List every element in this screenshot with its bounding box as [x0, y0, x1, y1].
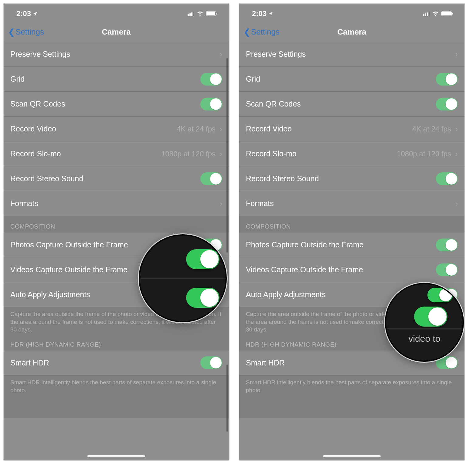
row-label: Scan QR Codes	[10, 100, 65, 108]
row-stereo-sound: Record Stereo Sound	[4, 166, 229, 191]
magnifier-callout: video to	[385, 283, 464, 362]
status-time: 2:03	[16, 9, 38, 18]
chevron-right-icon: ›	[455, 199, 458, 208]
section-header-hdr: HDR (HIGH DYNAMIC RANGE)	[246, 341, 337, 348]
home-indicator[interactable]	[87, 455, 145, 457]
back-label: Settings	[15, 27, 44, 37]
time-label: 2:03	[16, 9, 31, 18]
mag-toggle-videos	[186, 288, 219, 308]
row-value: 1080p at 120 fps	[161, 150, 216, 158]
row-preserve-settings[interactable]: Preserve Settings ›	[4, 42, 229, 67]
toggle-qr[interactable]	[200, 98, 222, 110]
toggle-stereo[interactable]	[200, 172, 222, 185]
back-button[interactable]: ❮ Settings	[243, 27, 280, 37]
row-smart-hdr: Smart HDR	[4, 351, 229, 375]
back-button[interactable]: ❮ Settings	[8, 27, 44, 37]
row-label: Record Slo-mo	[10, 149, 61, 158]
toggle-grid[interactable]	[436, 73, 458, 86]
row-record-video[interactable]: Record Video 4K at 24 fps ›	[4, 117, 229, 141]
magnifier-callout	[139, 234, 227, 322]
chevron-right-icon: ›	[220, 150, 222, 158]
row-value: 4K at 24 fps	[412, 125, 451, 133]
back-label: Settings	[251, 27, 280, 37]
signal-icon	[188, 11, 194, 16]
row-label: Grid	[246, 75, 260, 83]
row-label: Scan QR Codes	[246, 100, 301, 108]
location-icon	[268, 11, 273, 16]
row-record-slomo[interactable]: Record Slo-mo 1080p at 120 fps ›	[239, 141, 464, 166]
toggle-qr[interactable]	[436, 98, 458, 110]
toggle-stereo[interactable]	[436, 172, 458, 185]
row-grid: Grid	[4, 67, 229, 92]
row-grid: Grid	[239, 67, 464, 92]
page-title: Camera	[102, 27, 131, 37]
row-stereo-sound: Record Stereo Sound	[239, 166, 464, 191]
wifi-icon	[432, 11, 439, 16]
section-footer-hdr: Smart HDR intelligently blends the best …	[239, 375, 464, 418]
chevron-right-icon: ›	[220, 50, 222, 59]
mag-toggle-auto-apply	[414, 307, 447, 327]
row-label: Record Stereo Sound	[246, 174, 319, 183]
row-videos-outside: Videos Capture Outside the Frame	[239, 257, 464, 282]
row-label: Record Video	[246, 124, 292, 133]
section-header-hdr: HDR (HIGH DYNAMIC RANGE)	[10, 341, 101, 348]
toggle-grid[interactable]	[200, 73, 222, 86]
battery-icon	[441, 11, 452, 16]
chevron-left-icon: ❮	[243, 27, 250, 37]
row-label: Formats	[10, 199, 38, 208]
chevron-right-icon: ›	[455, 150, 458, 158]
signal-icon	[423, 11, 430, 16]
mag-text: video to	[392, 334, 457, 344]
status-bar: 2:03	[239, 4, 464, 22]
row-label: Photos Capture Outside the Frame	[246, 240, 364, 249]
chevron-right-icon: ›	[455, 125, 458, 133]
nav-bar: ❮ Settings Camera	[239, 22, 464, 42]
row-scan-qr: Scan QR Codes	[4, 92, 229, 117]
row-label: Smart HDR	[10, 358, 49, 367]
row-label: Videos Capture Outside the Frame	[10, 265, 127, 274]
row-preserve-settings[interactable]: Preserve Settings ›	[239, 42, 464, 67]
row-record-video[interactable]: Record Video 4K at 24 fps ›	[239, 117, 464, 141]
chevron-right-icon: ›	[455, 50, 458, 59]
section-header-composition: COMPOSITION	[10, 223, 55, 230]
row-label: Smart HDR	[246, 358, 285, 367]
row-label: Record Stereo Sound	[10, 174, 83, 183]
location-icon	[33, 11, 38, 16]
toggle-smart-hdr[interactable]	[200, 356, 222, 369]
chevron-left-icon: ❮	[8, 27, 15, 37]
section-footer-hdr: Smart HDR intelligently blends the best …	[4, 375, 229, 418]
row-label: Grid	[10, 75, 25, 83]
row-value: 1080p at 120 fps	[397, 150, 451, 158]
row-label: Record Video	[10, 124, 56, 133]
chevron-right-icon: ›	[220, 199, 222, 208]
time-label: 2:03	[252, 9, 267, 18]
section-header-composition: COMPOSITION	[246, 223, 291, 230]
row-label: Preserve Settings	[10, 50, 70, 59]
status-time: 2:03	[252, 9, 273, 18]
row-label: Record Slo-mo	[246, 149, 297, 158]
row-value: 4K at 24 fps	[177, 125, 216, 133]
page-title: Camera	[337, 27, 366, 37]
phone-left: 2:03 ❮ Settings Camera Preserve Settings…	[3, 3, 229, 461]
scrollbar[interactable]	[226, 365, 228, 432]
row-scan-qr: Scan QR Codes	[239, 92, 464, 117]
nav-bar: ❮ Settings Camera	[4, 22, 229, 42]
battery-icon	[206, 11, 216, 16]
row-photos-outside: Photos Capture Outside the Frame	[239, 232, 464, 257]
row-label: Formats	[246, 199, 274, 208]
row-formats[interactable]: Formats ›	[239, 191, 464, 216]
row-label: Preserve Settings	[246, 50, 306, 59]
scrollbar[interactable]	[226, 58, 228, 253]
toggle-photos-outside[interactable]	[436, 239, 458, 251]
row-label: Auto Apply Adjustments	[10, 290, 90, 299]
row-label: Photos Capture Outside the Frame	[10, 240, 128, 249]
wifi-icon	[197, 11, 203, 16]
home-indicator[interactable]	[323, 455, 381, 457]
row-label: Videos Capture Outside the Frame	[246, 265, 363, 274]
chevron-right-icon: ›	[220, 125, 222, 133]
toggle-videos-outside[interactable]	[436, 263, 458, 276]
phone-right: 2:03 ❮ Settings Camera Preserve Settings…	[239, 3, 465, 461]
row-record-slomo[interactable]: Record Slo-mo 1080p at 120 fps ›	[4, 141, 229, 166]
row-formats[interactable]: Formats ›	[4, 191, 229, 216]
row-label: Auto Apply Adjustments	[246, 290, 326, 299]
